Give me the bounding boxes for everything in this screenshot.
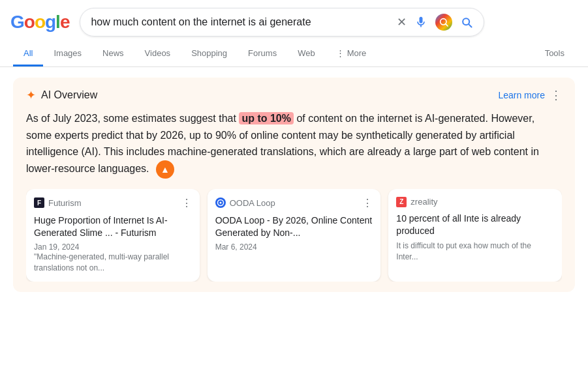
- source-date-ooda: Mar 6, 2024: [215, 242, 373, 252]
- search-icon: [460, 16, 473, 29]
- header: Google how much content on the internet …: [0, 0, 588, 42]
- main-content: ✦ AI Overview Learn more ⋮ As of July 20…: [0, 67, 588, 315]
- search-bar[interactable]: how much content on the internet is ai g…: [80, 8, 484, 36]
- source-card-zreality[interactable]: Z zreality 10 percent of all Inte is alr…: [388, 189, 562, 282]
- collapse-button[interactable]: ▲: [156, 160, 174, 179]
- svg-point-3: [219, 202, 221, 204]
- tab-more[interactable]: ⋮ More: [326, 42, 377, 66]
- ai-overview-section: ✦ AI Overview Learn more ⋮ As of July 20…: [13, 78, 575, 292]
- tab-forums[interactable]: Forums: [238, 42, 287, 66]
- learn-more-button[interactable]: Learn more: [498, 90, 545, 100]
- chevron-up-icon: ▲: [161, 165, 170, 174]
- search-bar-wrapper: how much content on the internet is ai g…: [80, 8, 484, 36]
- svg-line-1: [446, 24, 448, 26]
- source-favicon-zreality: Z: [396, 197, 407, 207]
- source-card-ooda[interactable]: OODA Loop ⋮ OODA Loop - By 2026, Online …: [208, 189, 381, 282]
- ai-overview-menu-button[interactable]: ⋮: [550, 88, 562, 102]
- source-name-zreality: zreality: [410, 197, 437, 207]
- source-date-futurism: Jan 19, 2024: [34, 242, 192, 252]
- source-favicon-futurism: F: [34, 197, 44, 208]
- search-button[interactable]: [460, 16, 473, 29]
- tab-news[interactable]: News: [92, 42, 134, 66]
- source-menu-ooda[interactable]: ⋮: [362, 197, 373, 209]
- source-card-header-zreality: Z zreality: [396, 197, 554, 207]
- source-info: F Futurism: [34, 197, 82, 208]
- microphone-icon: [414, 16, 427, 29]
- close-icon: ✕: [397, 15, 407, 29]
- source-snippet-futurism: "Machine-generated, multi-way parallel t…: [34, 252, 192, 274]
- source-menu-futurism[interactable]: ⋮: [181, 197, 192, 209]
- tab-web[interactable]: Web: [287, 42, 326, 66]
- ai-overview-actions: Learn more ⋮: [498, 88, 562, 102]
- tab-tools[interactable]: Tools: [534, 42, 575, 66]
- source-info-zreality: Z zreality: [396, 197, 437, 207]
- search-input[interactable]: how much content on the internet is ai g…: [91, 16, 390, 28]
- source-card-header: F Futurism ⋮: [34, 197, 192, 209]
- ai-overview-header: ✦ AI Overview Learn more ⋮: [26, 88, 562, 102]
- tab-all[interactable]: All: [13, 42, 43, 66]
- navigation-tabs: All Images News Videos Shopping Forums W…: [0, 42, 588, 67]
- source-snippet-zreality: It is difficult to put exa how much of t…: [396, 241, 554, 263]
- voice-search-button[interactable]: [414, 16, 427, 29]
- source-card-header-ooda: OODA Loop ⋮: [215, 197, 373, 209]
- source-card-futurism[interactable]: F Futurism ⋮ Huge Proportion of Internet…: [26, 189, 200, 282]
- ai-star-icon: ✦: [26, 88, 36, 102]
- more-label: More: [347, 48, 367, 58]
- source-name-futurism: Futurism: [48, 198, 82, 208]
- ai-overview-label: AI Overview: [41, 89, 97, 101]
- more-dots-icon: ⋮: [336, 48, 345, 58]
- ai-highlight: up to 10%: [239, 112, 294, 124]
- tab-shopping[interactable]: Shopping: [181, 42, 238, 66]
- google-logo[interactable]: Google: [10, 12, 69, 33]
- clear-button[interactable]: ✕: [397, 15, 407, 29]
- source-title-futurism: Huge Proportion of Internet Is AI-Genera…: [34, 214, 192, 240]
- search-icons: ✕: [397, 14, 473, 31]
- lens-icon: [435, 14, 452, 31]
- tab-videos[interactable]: Videos: [134, 42, 181, 66]
- source-name-ooda: OODA Loop: [230, 198, 275, 208]
- ai-overview-title: ✦ AI Overview: [26, 88, 97, 102]
- source-cards: F Futurism ⋮ Huge Proportion of Internet…: [26, 189, 562, 282]
- ai-text-before-highlight: As of July 2023, some estimates suggest …: [26, 113, 239, 124]
- source-title-ooda: OODA Loop - By 2026, Online Content Gene…: [215, 214, 373, 240]
- source-title-zreality: 10 percent of all Inte is already produc…: [396, 212, 554, 238]
- source-favicon-ooda: [215, 197, 226, 208]
- tab-images[interactable]: Images: [43, 42, 92, 66]
- source-info-ooda: OODA Loop: [215, 197, 275, 208]
- lens-button[interactable]: [435, 14, 452, 31]
- ai-overview-text: As of July 2023, some estimates suggest …: [26, 110, 562, 179]
